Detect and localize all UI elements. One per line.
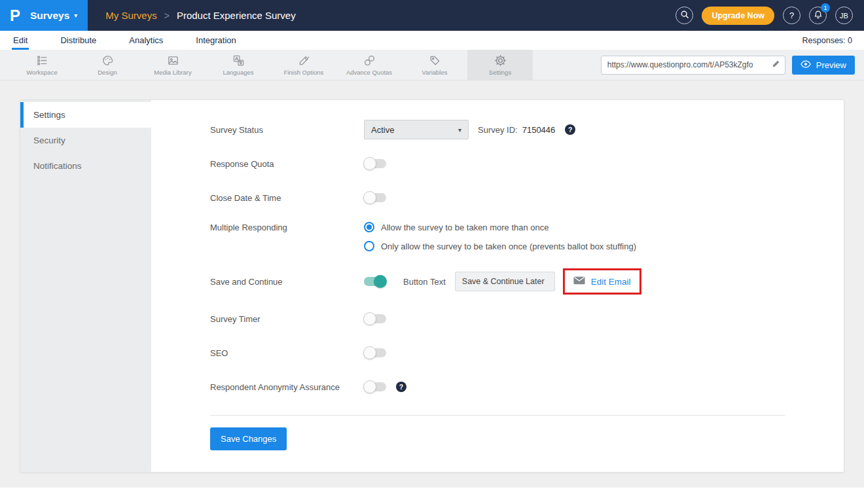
bell-icon <box>814 10 823 22</box>
multiple-responding-label: Multiple Responding <box>210 222 364 232</box>
radio-option-multiple[interactable]: Allow the survey to be taken more than o… <box>364 222 636 232</box>
settings-card: Settings Security Notifications Survey S… <box>20 99 844 473</box>
button-text-input[interactable] <box>455 272 555 291</box>
toolbar-item-advance-quotas[interactable]: Advance Quotas <box>336 50 402 80</box>
eye-icon <box>801 60 811 70</box>
help-button[interactable]: ? <box>783 7 801 24</box>
edit-url-pencil-icon[interactable] <box>772 59 780 71</box>
workspace-icon <box>36 54 48 67</box>
form-divider <box>210 415 785 416</box>
survey-status-value: Active <box>371 125 394 135</box>
design-icon <box>101 54 114 67</box>
tab-edit[interactable]: Edit <box>12 31 29 50</box>
toolbar-item-settings[interactable]: Settings <box>467 50 533 80</box>
settings-content: Survey Status Active ▾ Survey ID: 715044… <box>151 100 844 472</box>
survey-timer-row: Survey Timer <box>210 309 844 329</box>
toggle-knob <box>363 380 376 393</box>
toggle-knob <box>374 275 387 288</box>
close-date-label: Close Date & Time <box>210 193 364 203</box>
anonymity-help-icon[interactable]: ? <box>396 382 406 392</box>
close-date-row: Close Date & Time <box>210 188 844 207</box>
breadcrumb-separator: > <box>164 10 170 21</box>
response-quota-label: Response Quota <box>210 159 364 169</box>
sidebar-item-notifications[interactable]: Notifications <box>20 153 151 179</box>
toolbar-item-design[interactable]: Design <box>75 50 140 80</box>
edit-email-annotation-box[interactable]: Edit Email <box>563 268 641 295</box>
survey-timer-label: Survey Timer <box>210 314 364 324</box>
top-bar: P Surveys ▾ My Surveys > Product Experie… <box>0 0 864 31</box>
search-icon <box>680 10 689 21</box>
multiple-responding-options: Allow the survey to be taken more than o… <box>364 222 636 251</box>
breadcrumb-my-surveys[interactable]: My Surveys <box>105 10 156 21</box>
chevron-down-icon: ▾ <box>74 12 77 19</box>
chevron-down-icon: ▾ <box>458 126 461 134</box>
page-title: Product Experience Survey <box>177 10 296 21</box>
settings-sidebar: Settings Security Notifications <box>20 100 151 472</box>
finish-options-icon <box>298 54 310 67</box>
question-mark-icon: ? <box>789 10 794 20</box>
app-menu-surveys[interactable]: P Surveys ▾ <box>0 0 88 31</box>
response-quota-row: Response Quota <box>210 154 844 173</box>
save-and-continue-row: Save and Continue Button Text Edit Email <box>210 268 844 295</box>
search-button[interactable] <box>675 7 693 24</box>
questionpro-logo: P <box>0 0 30 31</box>
toggle-knob <box>363 312 376 325</box>
toggle-knob <box>363 191 376 204</box>
anonymity-label: Respondent Anonymity Assurance <box>210 382 364 392</box>
page-background: Settings Security Notifications Survey S… <box>0 81 864 488</box>
logo-letter: P <box>10 7 20 25</box>
toolbar-item-variables[interactable]: Variables <box>402 50 467 80</box>
save-and-continue-toggle[interactable] <box>364 277 386 286</box>
advance-quotas-icon <box>363 54 376 67</box>
responses-count: Responses: 0 <box>802 31 852 50</box>
edit-email-link[interactable]: Edit Email <box>591 277 631 287</box>
languages-icon <box>232 54 245 67</box>
envelope-icon <box>573 276 585 287</box>
save-and-continue-label: Save and Continue <box>210 277 364 287</box>
toolbar-item-media-library[interactable]: Media Library <box>140 50 206 80</box>
multiple-responding-row: Multiple Responding Allow the survey to … <box>210 222 844 251</box>
tab-analytics[interactable]: Analytics <box>128 31 164 50</box>
sidebar-item-settings[interactable]: Settings <box>20 102 151 128</box>
close-date-toggle[interactable] <box>364 193 386 202</box>
radio-button-selected[interactable] <box>364 222 374 232</box>
survey-status-select[interactable]: Active ▾ <box>364 120 469 139</box>
radio-option-once[interactable]: Only allow the survey to be taken once (… <box>364 241 636 251</box>
edit-toolbar: Workspace Design Media Library Languages… <box>0 50 864 81</box>
sidebar-item-security[interactable]: Security <box>20 128 151 153</box>
seo-label: SEO <box>210 348 364 358</box>
survey-status-label: Survey Status <box>210 125 364 135</box>
topbar-actions: Upgrade Now ? 1 JB <box>675 7 864 25</box>
preview-button[interactable]: Preview <box>792 56 855 75</box>
response-quota-toggle[interactable] <box>364 159 386 168</box>
toolbar-item-finish-options[interactable]: Finish Options <box>271 50 336 80</box>
anonymity-row: Respondent Anonymity Assurance ? <box>210 377 844 397</box>
button-text-label: Button Text <box>403 277 446 287</box>
survey-status-row: Survey Status Active ▾ Survey ID: 715044… <box>210 120 844 139</box>
tab-integration[interactable]: Integration <box>194 31 237 50</box>
notifications-button[interactable]: 1 <box>809 7 827 24</box>
survey-timer-toggle[interactable] <box>364 314 386 323</box>
notification-badge: 1 <box>821 3 830 12</box>
toggle-knob <box>363 157 376 170</box>
radio-button[interactable] <box>364 241 374 251</box>
toolbar-item-languages[interactable]: Languages <box>206 50 271 80</box>
media-library-icon <box>167 54 179 67</box>
upgrade-now-button[interactable]: Upgrade Now <box>702 7 774 25</box>
preview-label: Preview <box>816 60 846 70</box>
toolbar-right: Preview <box>601 50 855 80</box>
settings-icon <box>494 54 507 67</box>
survey-url-input[interactable] <box>602 60 772 69</box>
tab-distribute[interactable]: Distribute <box>59 31 98 50</box>
avatar[interactable]: JB <box>835 7 853 24</box>
seo-toggle[interactable] <box>364 348 386 357</box>
breadcrumb: My Surveys > Product Experience Survey <box>105 10 295 21</box>
save-changes-button[interactable]: Save Changes <box>210 427 287 450</box>
survey-id-help-icon[interactable]: ? <box>565 124 575 135</box>
toolbar-item-workspace[interactable]: Workspace <box>9 50 75 80</box>
app-menu-label: Surveys <box>30 10 69 22</box>
variables-icon <box>429 54 441 67</box>
main-nav: Edit Distribute Analytics Integration Re… <box>0 31 864 50</box>
anonymity-toggle[interactable] <box>364 382 386 391</box>
toggle-knob <box>363 346 376 359</box>
